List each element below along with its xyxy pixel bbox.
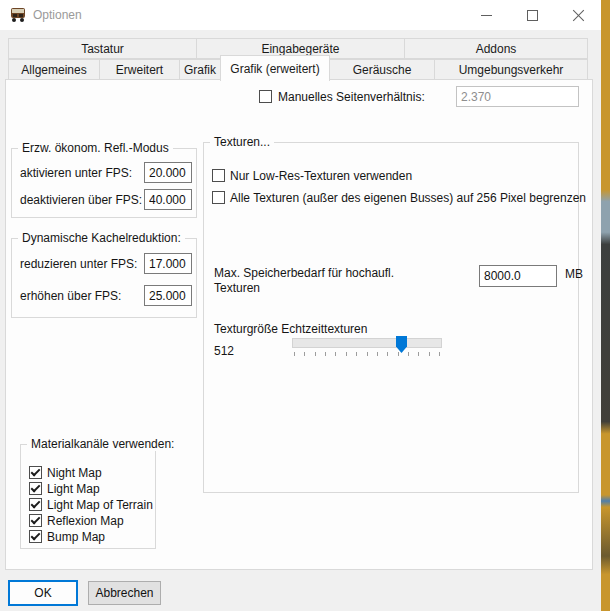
bump-map-label[interactable]: Bump Map — [47, 530, 105, 544]
close-button[interactable] — [555, 0, 601, 30]
reflexion-map-checkbox[interactable] — [29, 514, 42, 527]
refl-mode-group-title: Erzw. ökonom. Refl.-Modus — [18, 141, 173, 155]
minimize-button[interactable] — [463, 0, 509, 30]
tab-addons[interactable]: Addons — [404, 38, 588, 59]
max-memory-unit: MB — [565, 267, 583, 281]
ok-button[interactable]: OK — [8, 580, 78, 606]
titlebar: Optionen — [0, 0, 601, 30]
maximize-icon — [527, 10, 538, 21]
slider-ticks — [294, 352, 440, 357]
tab-geraeusche[interactable]: Geräusche — [329, 59, 435, 80]
refl-deactivate-label: deaktivieren über FPS: — [20, 193, 142, 207]
tab-tastatur[interactable]: Tastatur — [8, 38, 197, 59]
texture-size-slider[interactable] — [292, 338, 442, 348]
refl-activate-input[interactable] — [144, 162, 192, 183]
max-memory-label: Max. Speicherbedarf für hochaufl. Textur… — [214, 266, 414, 296]
tile-increase-input[interactable] — [144, 285, 192, 306]
night-map-checkbox[interactable] — [29, 466, 42, 479]
manual-aspect-label[interactable]: Manuelles Seitenverhältnis: — [278, 90, 425, 104]
tile-increase-label: erhöhen über FPS: — [20, 289, 121, 303]
realtime-texture-size-value: 512 — [214, 344, 234, 358]
tile-reduce-input[interactable] — [144, 253, 192, 274]
bump-map-checkbox[interactable] — [29, 530, 42, 543]
tab-allgemeines[interactable]: Allgemeines — [8, 59, 100, 80]
light-map-label[interactable]: Light Map — [47, 482, 100, 496]
close-icon — [572, 9, 585, 22]
tile-reduction-group-title: Dynamische Kachelreduktion: — [18, 231, 185, 245]
night-map-label[interactable]: Night Map — [47, 466, 102, 480]
tile-reduction-group: Dynamische Kachelreduktion: reduzieren u… — [11, 238, 197, 318]
bus-app-icon — [9, 7, 27, 23]
tab-grafik[interactable]: Grafik — [179, 59, 221, 80]
max-memory-input[interactable] — [479, 265, 557, 287]
limit-256px-checkbox[interactable] — [212, 191, 225, 204]
tab-grafik-erweitert[interactable]: Grafik (erweitert) — [220, 55, 330, 81]
low-res-textures-label[interactable]: Nur Low-Res-Texturen verwenden — [230, 169, 412, 183]
low-res-textures-checkbox[interactable] — [212, 169, 225, 182]
light-map-terrain-checkbox[interactable] — [29, 498, 42, 511]
refl-activate-label: aktivieren unter FPS: — [20, 166, 132, 180]
material-channels-group-title: Materialkanäle verwenden: — [27, 437, 178, 451]
tab-page-grafik-erweitert: Manuelles Seitenverhältnis: Erzw. ökonom… — [5, 79, 593, 570]
textures-group-title: Texturen... — [210, 135, 274, 149]
aspect-ratio-input[interactable] — [456, 86, 579, 107]
texture-size-slider-thumb[interactable] — [396, 336, 407, 353]
refl-mode-group: Erzw. ökonom. Refl.-Modus aktivieren unt… — [11, 148, 197, 218]
light-map-terrain-label[interactable]: Light Map of Terrain — [47, 498, 153, 512]
realtime-texture-size-label: Texturgröße Echtzeittexturen — [214, 322, 367, 336]
limit-256px-label[interactable]: Alle Texturen (außer des eigenen Busses)… — [230, 191, 586, 205]
refl-deactivate-input[interactable] — [144, 189, 192, 210]
maximize-button[interactable] — [509, 0, 555, 30]
minimize-icon — [481, 15, 492, 16]
window-title: Optionen — [33, 8, 82, 22]
cancel-button[interactable]: Abbrechen — [88, 581, 161, 605]
options-dialog: Optionen Tastatur Eingabegeräte Addons A… — [0, 0, 601, 611]
background-game-strip — [601, 0, 610, 611]
tab-erweitert[interactable]: Erweitert — [99, 59, 180, 80]
reflexion-map-label[interactable]: Reflexion Map — [47, 514, 124, 528]
textures-group: Texturen... Nur Low-Res-Texturen verwend… — [203, 142, 579, 493]
tile-reduce-label: reduzieren unter FPS: — [20, 257, 137, 271]
tab-umgebungsverkehr[interactable]: Umgebungsverkehr — [434, 59, 588, 80]
light-map-checkbox[interactable] — [29, 482, 42, 495]
material-channels-group: Materialkanäle verwenden: Night Map Ligh… — [20, 444, 156, 549]
manual-aspect-checkbox[interactable] — [259, 90, 272, 103]
